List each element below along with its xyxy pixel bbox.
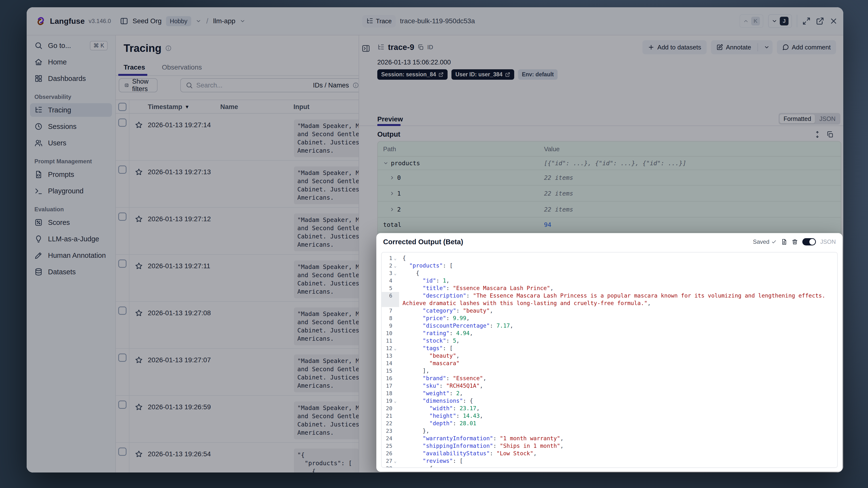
line-number: 2 xyxy=(382,262,392,269)
trash-icon[interactable] xyxy=(792,239,798,245)
fold-chevron-icon[interactable]: ⌄ xyxy=(392,344,398,352)
code-line: 9 "discountPercentage": 7.17, xyxy=(382,322,837,330)
json-toggle[interactable] xyxy=(802,238,816,245)
dialog-title: Corrected Output (Beta) xyxy=(383,238,463,246)
code-line: Achieve dramatic lashes with this long-l… xyxy=(382,300,837,307)
line-number: 22 xyxy=(382,420,392,427)
code-line: 3 ⌄ { xyxy=(382,269,837,277)
saved-status: Saved xyxy=(753,238,777,245)
code-line: 17 "sku": "RCH45Q1A", xyxy=(382,382,837,390)
code-line: 11 "stock": 5, xyxy=(382,337,837,344)
code-line: 27 ⌄ "reviews": [ xyxy=(382,457,837,465)
code-line: 21 "height": 14.43, xyxy=(382,412,837,420)
code-line: 16 "brand": "Essence", xyxy=(382,375,837,382)
code-line: 22 "depth": 28.01 xyxy=(382,420,837,427)
line-number: 23 xyxy=(382,427,392,435)
code-line: 13 "beauty", xyxy=(382,352,837,360)
line-number: 12 xyxy=(382,344,392,352)
code-line: 19 ⌄ "dimensions": { xyxy=(382,397,837,405)
json-code-editor[interactable]: 1 ⌄ { 2 ⌄ "products": [ 3 ⌄ { 4 "id": 1,… xyxy=(381,252,838,468)
line-number: 28 xyxy=(382,465,392,468)
file-diff-icon[interactable] xyxy=(781,239,787,245)
code-line: 7 "category": "beauty", xyxy=(382,307,837,314)
corrected-output-dialog: Corrected Output (Beta) Saved JSON 1 ⌄ {… xyxy=(376,233,842,472)
line-number: 7 xyxy=(382,307,392,314)
fold-chevron-icon[interactable]: ⌄ xyxy=(392,397,398,405)
line-number: 13 xyxy=(382,352,392,360)
code-line: 5 "title": "Essence Mascara Lash Prince"… xyxy=(382,284,837,292)
code-line: 8 "price": 9.99, xyxy=(382,314,837,322)
line-number: 11 xyxy=(382,337,392,344)
line-number: 8 xyxy=(382,314,392,322)
code-line: 28 ⌄ { xyxy=(382,465,837,468)
line-number: 9 xyxy=(382,322,392,330)
code-lines: 1 ⌄ { 2 ⌄ "products": [ 3 ⌄ { 4 "id": 1,… xyxy=(382,254,837,468)
line-number: 5 xyxy=(382,284,392,292)
line-number: 20 xyxy=(382,405,392,412)
check-icon xyxy=(771,239,777,244)
code-line: 14 "mascara" xyxy=(382,360,837,367)
code-line: 25 "shippingInformation": "Ships in 1 mo… xyxy=(382,442,837,450)
code-line: 18 "weight": 2, xyxy=(382,390,837,397)
code-line: 23 }, xyxy=(382,427,837,435)
line-number: 18 xyxy=(382,390,392,397)
line-number: 10 xyxy=(382,330,392,337)
code-line: 1 ⌄ { xyxy=(382,254,837,262)
fold-chevron-icon[interactable]: ⌄ xyxy=(392,262,398,269)
fold-chevron-icon[interactable]: ⌄ xyxy=(392,254,398,262)
fold-chevron-icon[interactable]: ⌄ xyxy=(392,269,398,277)
line-number: 4 xyxy=(382,277,392,284)
line-number: 21 xyxy=(382,412,392,420)
line-number: 17 xyxy=(382,382,392,390)
line-number: 25 xyxy=(382,442,392,450)
line-number: 19 xyxy=(382,397,392,405)
code-line: 2 ⌄ "products": [ xyxy=(382,262,837,269)
fold-chevron-icon[interactable]: ⌄ xyxy=(392,457,398,465)
line-number: 14 xyxy=(382,360,392,367)
code-line: 26 "availabilityStatus": "Low Stock", xyxy=(382,450,837,457)
app-window: Langfuse v3.146.0 Seed Org Hobby / llm-a… xyxy=(27,7,843,472)
json-toggle-label: JSON xyxy=(820,238,836,245)
code-line: 12 ⌄ "tags": [ xyxy=(382,344,837,352)
line-number: 3 xyxy=(382,269,392,277)
fold-chevron-icon[interactable]: ⌄ xyxy=(392,465,398,468)
toggle-thumb xyxy=(809,239,815,245)
saved-label: Saved xyxy=(753,238,769,245)
code-line: 24 "warrantyInformation": "1 month warra… xyxy=(382,435,837,442)
code-line: 4 "id": 1, xyxy=(382,277,837,284)
code-line: 6 "description": "The Essence Mascara La… xyxy=(382,292,837,300)
line-number: 6 xyxy=(382,292,392,300)
code-line: 20 "width": 23.17, xyxy=(382,405,837,412)
line-number: 16 xyxy=(382,375,392,382)
code-line: 10 "rating": 4.94, xyxy=(382,330,837,337)
line-number: 1 xyxy=(382,254,392,262)
line-number: 26 xyxy=(382,450,392,457)
line-number: 24 xyxy=(382,435,392,442)
line-number: 15 xyxy=(382,367,392,375)
code-line: 15 ], xyxy=(382,367,837,375)
line-number: 27 xyxy=(382,457,392,465)
